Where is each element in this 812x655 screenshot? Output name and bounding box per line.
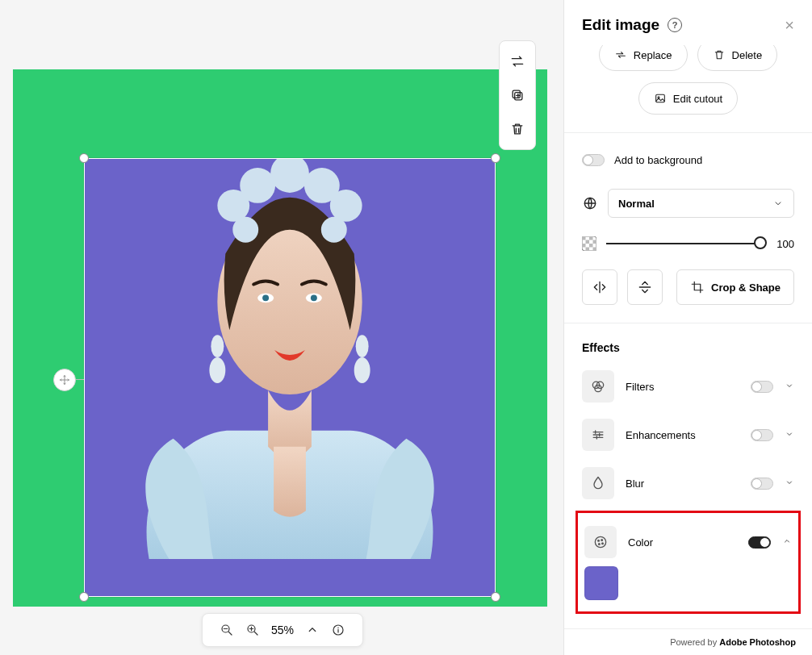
footer-brand: Adobe Photoshop xyxy=(719,637,796,647)
trash-icon xyxy=(509,121,525,137)
zoom-out-icon xyxy=(220,623,234,637)
enhancements-toggle[interactable] xyxy=(751,429,773,441)
edit-cutout-label: Edit cutout xyxy=(673,93,722,105)
svg-point-7 xyxy=(321,216,347,242)
svg-rect-28 xyxy=(593,240,597,244)
flip-horizontal-button[interactable] xyxy=(582,269,617,305)
blur-toggle[interactable] xyxy=(751,478,773,490)
svg-point-5 xyxy=(330,190,362,222)
delete-button[interactable]: Delete xyxy=(697,45,778,71)
filters-toggle[interactable] xyxy=(751,381,773,393)
zoom-in-icon xyxy=(245,623,260,637)
delete-label: Delete xyxy=(732,49,763,61)
svg-point-39 xyxy=(602,543,604,544)
image-icon xyxy=(654,92,667,105)
image-content xyxy=(85,159,495,596)
blur-label: Blur xyxy=(626,478,739,490)
color-expand[interactable] xyxy=(782,535,792,549)
filters-expand[interactable] xyxy=(785,379,794,394)
opacity-row: 100 xyxy=(564,224,812,252)
svg-rect-26 xyxy=(589,236,593,240)
move-handle-connector xyxy=(76,379,84,380)
svg-point-36 xyxy=(595,536,605,547)
move-handle[interactable] xyxy=(53,369,76,391)
duplicate-button[interactable] xyxy=(502,80,533,111)
move-icon xyxy=(59,374,70,386)
transform-row: Crop & Shape xyxy=(564,252,812,305)
filters-label: Filters xyxy=(626,381,739,393)
canvas-area[interactable]: 55% xyxy=(0,0,563,655)
svg-rect-27 xyxy=(586,240,590,244)
replace-label: Replace xyxy=(634,49,672,61)
resize-handle-top-right[interactable] xyxy=(491,153,500,163)
info-icon xyxy=(331,623,345,637)
blur-icon xyxy=(582,467,614,499)
close-button[interactable]: × xyxy=(785,17,794,33)
color-icon xyxy=(584,526,617,558)
image-selection[interactable] xyxy=(84,158,496,597)
opacity-icon xyxy=(582,236,596,251)
crop-shape-label: Crop & Shape xyxy=(711,282,781,294)
effect-blur: Blur xyxy=(564,459,812,507)
delete-canvas-button[interactable] xyxy=(502,114,533,144)
svg-point-40 xyxy=(599,544,601,545)
svg-rect-30 xyxy=(589,244,593,248)
svg-point-2 xyxy=(240,168,275,203)
blend-mode-value: Normal xyxy=(618,198,655,210)
replace-button[interactable]: Replace xyxy=(599,45,688,71)
flip-vertical-icon xyxy=(637,279,653,295)
flip-horizontal-icon xyxy=(592,279,608,295)
flip-vertical-button[interactable] xyxy=(627,269,663,305)
svg-rect-21 xyxy=(655,94,664,102)
chevron-down-icon xyxy=(785,381,794,390)
divider xyxy=(564,132,812,133)
svg-rect-25 xyxy=(582,236,586,240)
effect-filters: Filters xyxy=(564,362,812,411)
svg-point-12 xyxy=(211,335,224,357)
color-toggle[interactable] xyxy=(748,536,771,549)
blend-mode-icon xyxy=(582,195,598,211)
zoom-in-button[interactable] xyxy=(245,623,260,637)
color-swatch[interactable] xyxy=(584,566,618,600)
svg-point-14 xyxy=(356,335,369,357)
effect-color: Color xyxy=(578,518,798,566)
replace-icon xyxy=(614,48,627,61)
footer-prefix: Powered by xyxy=(670,637,719,647)
chevron-down-icon xyxy=(772,198,784,209)
crop-shape-button[interactable]: Crop & Shape xyxy=(676,269,794,305)
svg-point-6 xyxy=(232,216,258,242)
svg-point-11 xyxy=(311,294,317,301)
panel-header: Edit image ? × xyxy=(564,0,812,45)
opacity-slider-thumb[interactable] xyxy=(754,236,767,249)
zoom-menu-button[interactable] xyxy=(305,623,320,637)
resize-handle-bottom-left[interactable] xyxy=(79,592,89,602)
zoom-percent: 55% xyxy=(271,624,294,636)
resize-handle-top-left[interactable] xyxy=(79,153,89,163)
add-to-background-toggle[interactable] xyxy=(582,154,605,166)
svg-point-22 xyxy=(658,97,659,98)
swap-button[interactable] xyxy=(502,46,533,77)
effects-heading: Effects xyxy=(564,341,812,354)
svg-rect-32 xyxy=(593,248,597,252)
opacity-slider[interactable] xyxy=(606,236,760,252)
trash-icon xyxy=(713,48,726,61)
blend-mode-select[interactable]: Normal xyxy=(608,189,794,218)
svg-point-10 xyxy=(262,294,269,301)
filters-icon xyxy=(582,370,614,403)
swap-icon xyxy=(509,53,525,69)
enhancements-label: Enhancements xyxy=(626,429,739,441)
enhancements-expand[interactable] xyxy=(785,428,794,442)
panel-footer: Powered by Adobe Photoshop xyxy=(564,628,812,655)
info-button[interactable] xyxy=(331,623,345,637)
zoom-out-button[interactable] xyxy=(220,623,234,637)
chevron-down-icon xyxy=(785,429,794,439)
chevron-up-icon xyxy=(305,623,320,637)
enhancements-icon xyxy=(582,419,614,451)
help-button[interactable]: ? xyxy=(668,18,682,32)
resize-handle-bottom-right[interactable] xyxy=(491,592,500,602)
chevron-down-icon xyxy=(785,478,794,487)
panel-scroll-area[interactable]: Replace Delete Edit cutout Add to backgr… xyxy=(564,45,812,628)
edit-cutout-button[interactable]: Edit cutout xyxy=(638,82,738,115)
blur-expand[interactable] xyxy=(785,476,794,490)
opacity-value: 100 xyxy=(770,238,794,250)
